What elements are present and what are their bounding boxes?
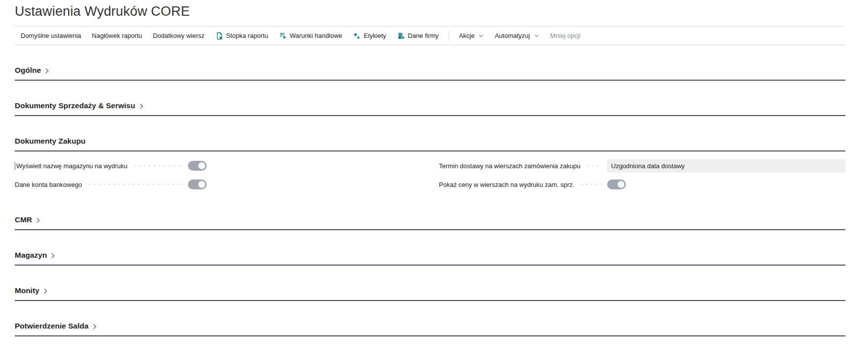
field-column-left: Wyświetl nazwę magazynu na wydruku Dane … [15, 156, 207, 194]
section-header-dokumenty-zakupu[interactable]: Dokumenty Zakupu [15, 137, 845, 151]
section-header-monity[interactable]: Monity [15, 286, 845, 301]
section-header-magazyn[interactable]: Magazyn [15, 251, 845, 266]
labels-icon [353, 32, 361, 40]
section-monity: Monity [15, 286, 845, 301]
toolbar-item-report-footer[interactable]: Stopka raportu [210, 27, 274, 45]
section-title: CMR [15, 215, 32, 224]
menu-label: Akcje [459, 32, 475, 39]
section-title: Ogólne [15, 66, 41, 75]
menu-label: Automatyzuj [495, 32, 530, 39]
field-label: Termin dostawy na wierszach zamówienia z… [439, 162, 581, 170]
chevron-down-icon [478, 33, 484, 38]
field-control: Uzgodniona data dostawy [607, 159, 845, 173]
chevron-right-icon [44, 68, 50, 74]
section-dokumenty-sprzedazy: Dokumenty Sprzedaży & Serwisu [15, 101, 845, 116]
toggle-bank-account-data[interactable] [188, 180, 207, 189]
field-row: Wyświetl nazwę magazynu na wydruku [15, 156, 207, 175]
toolbar-item-labels[interactable]: Etykiety [347, 27, 392, 45]
section-header-dokumenty-sprzedazy[interactable]: Dokumenty Sprzedaży & Serwisu [15, 101, 845, 116]
toolbar-item-label: Domyślne ustawienia [21, 32, 81, 39]
fewer-options-button[interactable]: Mniej opcji [545, 27, 586, 45]
chevron-right-icon [92, 324, 97, 330]
toolbar-item-additional-line[interactable]: Dodatkowy wiersz [148, 27, 210, 45]
section-title: Dokumenty Zakupu [15, 137, 86, 146]
toolbar-item-trade-terms[interactable]: Warunki handlowe [274, 27, 347, 45]
section-title: Monity [15, 286, 39, 295]
field-column-right: Termin dostawy na wierszach zamówienia z… [439, 156, 845, 194]
section-header-cmr[interactable]: CMR [15, 215, 845, 230]
toolbar-item-default-settings[interactable]: Domyślne ustawienia [15, 27, 87, 45]
field-control [607, 180, 845, 189]
field-row: Dane konta bankowego [15, 175, 207, 194]
chevron-right-icon [42, 288, 48, 294]
section-potwierdzenie-salda: Potwierdzenie Salda [15, 322, 845, 336]
section-title: Magazyn [15, 251, 47, 260]
section-cmr: CMR [15, 215, 845, 230]
toolbar-item-company-info[interactable]: Dane firmy [392, 27, 444, 45]
section-title: Potwierdzenie Salda [15, 322, 89, 330]
menu-akcje[interactable]: Akcje [454, 27, 490, 45]
toolbar-item-label: Stopka raportu [226, 32, 268, 39]
section-title: Dokumenty Sprzedaży & Serwisu [15, 101, 135, 110]
section-header-potwierdzenie-salda[interactable]: Potwierdzenie Salda [15, 322, 845, 336]
toolbar-item-label: Nagłówek raportu [92, 32, 142, 39]
field-row: Pokaż ceny w wierszach na wydruku zam. s… [439, 175, 845, 194]
section-magazyn: Magazyn [15, 251, 845, 266]
toolbar-item-label: Warunki handlowe [290, 32, 342, 39]
menu-automatyzuj[interactable]: Automatyzuj [489, 27, 545, 45]
chevron-right-icon [35, 217, 41, 223]
toolbar-item-label: Etykiety [364, 32, 386, 39]
section-header-ogolne[interactable]: Ogólne [15, 66, 845, 81]
field-label: Pokaż ceny w wierszach na wydruku zam. s… [439, 181, 574, 188]
field-label: Wyświetl nazwę magazynu na wydruku [16, 162, 127, 170]
toggle-show-prices-on-printout[interactable] [607, 180, 626, 189]
toggle-warehouse-name-on-printout[interactable] [188, 161, 207, 171]
dotted-leader [579, 181, 602, 188]
section-ogolne: Ogólne [15, 66, 845, 81]
report-footer-icon [216, 32, 223, 40]
chevron-right-icon [50, 253, 56, 259]
field-label: Dane konta bankowego [15, 181, 82, 188]
section-dokumenty-zakupu: Dokumenty Zakupu Wyświetl nazwę magazynu… [15, 137, 845, 194]
action-toolbar: Domyślne ustawienia Nagłówek raportu Dod… [15, 26, 845, 45]
toolbar-item-label: Dodatkowy wiersz [153, 32, 205, 39]
toolbar-item-label: Dane firmy [408, 32, 439, 39]
dotted-leader [132, 162, 183, 169]
delivery-date-select[interactable]: Uzgodniona data dostawy [607, 159, 845, 173]
chevron-right-icon [138, 103, 144, 109]
text-cursor [15, 162, 15, 170]
toolbar-item-report-header[interactable]: Nagłówek raportu [87, 27, 148, 45]
chevron-down-icon [534, 33, 539, 38]
dotted-leader [586, 162, 602, 169]
company-info-icon [397, 32, 405, 40]
field-columns: Wyświetl nazwę magazynu na wydruku Dane … [15, 156, 845, 194]
fewer-options-label: Mniej opcji [550, 32, 580, 39]
print-settings-page: Ustawienia Wydruków CORE Domyślne ustawi… [0, 3, 868, 336]
dotted-leader [87, 181, 183, 188]
page-title: Ustawienia Wydruków CORE [15, 3, 845, 20]
field-row: Termin dostawy na wierszach zamówienia z… [439, 156, 845, 175]
toolbar-divider [449, 31, 449, 41]
trade-terms-icon [279, 32, 287, 40]
